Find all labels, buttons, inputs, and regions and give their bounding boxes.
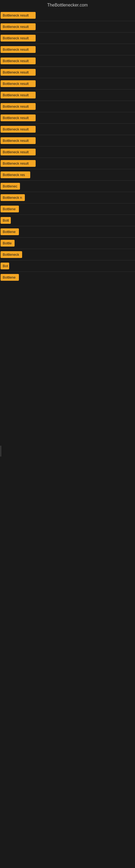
list-item: Bottleneck result	[0, 55, 135, 66]
bottleneck-badge[interactable]: Bottleneck result	[1, 58, 36, 64]
bottleneck-badge[interactable]: Bottleneck result	[1, 149, 36, 155]
bottleneck-badge[interactable]: Bottleneck result	[1, 69, 36, 76]
bottleneck-badge[interactable]: Bottleneck result	[1, 80, 36, 87]
list-item: Bottleneck res	[0, 169, 135, 180]
bottleneck-badge[interactable]: Bottleneck result	[1, 35, 36, 41]
bottleneck-badge[interactable]: Bottlene	[1, 206, 19, 212]
list-item: Bottleneck	[0, 249, 135, 260]
bottleneck-badge[interactable]: Bottlene	[1, 228, 19, 235]
list-item: Bottleneck result	[0, 78, 135, 89]
bottleneck-badge[interactable]: Bott	[1, 217, 11, 224]
list-item: Bottleneck result	[0, 33, 135, 44]
list-item: Bottleneck result	[0, 67, 135, 78]
list-item: Bottlene	[0, 226, 135, 237]
list-item: Bottleneck result	[0, 158, 135, 169]
bottom-line-decoration	[1, 446, 1, 457]
list-item: Bottleneck result	[0, 90, 135, 101]
bottleneck-badge[interactable]: Bottle	[1, 240, 14, 247]
bottleneck-badge[interactable]: Bottlene	[1, 274, 19, 281]
list-item: Bottleneck result	[0, 124, 135, 135]
list-item: Bottlenec	[0, 181, 135, 192]
list-item: Bottleneck result	[0, 21, 135, 32]
bottleneck-badge[interactable]: Bottleneck result	[1, 137, 36, 144]
site-header: TheBottlenecker.com	[0, 0, 135, 10]
list-item: Bott	[0, 215, 135, 226]
bottleneck-badge[interactable]: Bottleneck	[1, 251, 22, 258]
list-item: Bottle	[0, 238, 135, 249]
bottleneck-badge[interactable]: Bottleneck n	[1, 194, 25, 201]
bottleneck-badge[interactable]: Bottleneck res	[1, 172, 30, 178]
bottleneck-badge[interactable]: Bot	[1, 262, 9, 269]
bottleneck-badge[interactable]: Bottlenec	[1, 183, 20, 190]
site-title: TheBottlenecker.com	[0, 0, 135, 10]
list-item: Bottleneck result	[0, 112, 135, 123]
bottleneck-list: Bottleneck resultBottleneck resultBottle…	[0, 10, 135, 283]
list-item: Bottleneck n	[0, 192, 135, 203]
list-item: Bottleneck result	[0, 101, 135, 112]
list-item: Bot	[0, 260, 135, 272]
bottleneck-badge[interactable]: Bottleneck result	[1, 92, 36, 98]
list-item: Bottleneck result	[0, 44, 135, 55]
list-item: Bottleneck result	[0, 147, 135, 158]
bottom-area	[0, 283, 135, 609]
list-item: Bottlene	[0, 204, 135, 215]
list-item: Bottleneck result	[0, 135, 135, 146]
bottleneck-badge[interactable]: Bottleneck result	[1, 46, 36, 53]
bottleneck-badge[interactable]: Bottleneck result	[1, 12, 36, 19]
bottleneck-badge[interactable]: Bottleneck result	[1, 126, 36, 133]
bottleneck-badge[interactable]: Bottleneck result	[1, 160, 36, 167]
bottleneck-badge[interactable]: Bottleneck result	[1, 103, 36, 110]
list-item: Bottleneck result	[0, 10, 135, 21]
bottleneck-badge[interactable]: Bottleneck result	[1, 23, 36, 30]
list-item: Bottlene	[0, 272, 135, 283]
bottleneck-badge[interactable]: Bottleneck result	[1, 115, 36, 121]
